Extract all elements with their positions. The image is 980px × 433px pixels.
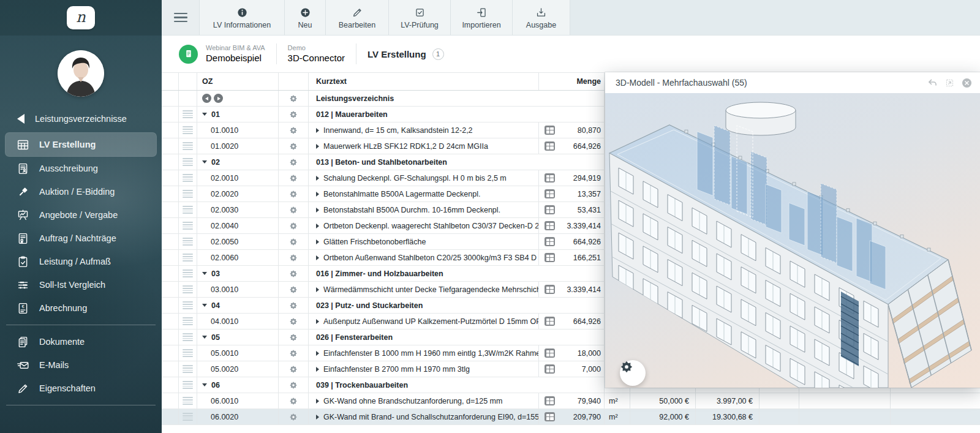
calculator-icon[interactable]: [545, 253, 555, 262]
nav-prev-button[interactable]: [202, 94, 211, 103]
drag-handle-icon[interactable]: [183, 254, 193, 262]
gear-icon[interactable]: [289, 317, 298, 326]
3d-viewport[interactable]: [605, 93, 980, 388]
drag-handle-icon[interactable]: [183, 269, 193, 277]
calculator-icon[interactable]: [545, 126, 555, 135]
sidebar-item-abrechnung[interactable]: €Abrechnung: [0, 296, 162, 320]
expand-arrow-icon[interactable]: [316, 176, 319, 181]
sidebar-item-leistungsverzeichnisse[interactable]: Leistungsverzeichnisse: [0, 109, 162, 129]
calculator-icon[interactable]: [545, 317, 555, 326]
collapse-arrow-icon[interactable]: [202, 383, 207, 386]
restore-window-icon[interactable]: [945, 78, 954, 88]
expand-arrow-icon[interactable]: [316, 255, 319, 260]
calculator-icon[interactable]: [545, 141, 555, 151]
sidebar-item-e-mails[interactable]: E-Mails: [0, 353, 162, 377]
close-icon[interactable]: [961, 77, 973, 89]
calculator-icon[interactable]: [545, 221, 555, 230]
sidebar-item-lv-erstellung[interactable]: LV Erstellung: [5, 132, 157, 157]
sidebar-item-angebote-vergabe[interactable]: Angebote / Vergabe: [0, 203, 162, 227]
collapse-arrow-icon[interactable]: [202, 272, 207, 275]
expand-arrow-icon[interactable]: [316, 367, 319, 372]
sidebar-item-ausschreibung[interactable]: Ausschreibung: [0, 157, 162, 180]
expand-arrow-icon[interactable]: [316, 128, 319, 133]
drag-handle-icon[interactable]: [183, 301, 193, 309]
gear-icon[interactable]: [289, 126, 298, 135]
sidebar-item-auftrag-nachträge[interactable]: Auftrag / Nachträge: [0, 227, 162, 250]
toolbar-button-importieren[interactable]: Importieren: [450, 0, 512, 35]
drag-handle-icon[interactable]: [183, 413, 193, 421]
gear-icon[interactable]: [289, 365, 298, 374]
calculator-icon[interactable]: [545, 396, 555, 405]
sidebar-item-auktion-e-bidding[interactable]: Auktion / E-Bidding: [0, 180, 162, 203]
drag-handle-icon[interactable]: [183, 285, 193, 293]
gear-icon[interactable]: [289, 413, 298, 421]
collapse-arrow-icon[interactable]: [202, 113, 207, 116]
gear-icon[interactable]: [289, 94, 298, 103]
hamburger-menu-icon[interactable]: [162, 0, 199, 35]
gear-icon[interactable]: [289, 206, 298, 214]
undo-icon[interactable]: [927, 77, 938, 89]
nav-next-button[interactable]: [214, 94, 223, 103]
calculator-icon[interactable]: [545, 205, 555, 214]
drag-handle-icon[interactable]: [183, 317, 193, 325]
expand-arrow-icon[interactable]: [316, 239, 319, 244]
breadcrumb-sub[interactable]: Demo 3D-Connector: [288, 44, 356, 64]
drag-handle-icon[interactable]: [183, 110, 193, 118]
expand-arrow-icon[interactable]: [316, 208, 319, 213]
toolbar-button-bearbeiten[interactable]: Bearbeiten: [325, 0, 388, 35]
gear-icon[interactable]: [289, 397, 298, 405]
expand-arrow-icon[interactable]: [316, 415, 319, 420]
drag-handle-icon[interactable]: [183, 381, 193, 389]
expand-arrow-icon[interactable]: [316, 224, 319, 228]
drag-handle-icon[interactable]: [183, 190, 193, 198]
expand-arrow-icon[interactable]: [316, 287, 319, 292]
expand-arrow-icon[interactable]: [316, 351, 319, 356]
table-row-06.0020[interactable]: 06.0020GK-Wand mit Brand- und Schallschu…: [162, 409, 980, 425]
drag-handle-icon[interactable]: [183, 126, 193, 134]
gear-icon[interactable]: [289, 301, 298, 310]
gear-icon[interactable]: [289, 158, 298, 167]
calculator-icon[interactable]: [545, 412, 555, 421]
drag-handle-icon[interactable]: [183, 222, 193, 230]
gear-icon[interactable]: [289, 381, 298, 390]
gear-icon[interactable]: [289, 269, 298, 278]
3d-settings-button[interactable]: [620, 360, 646, 386]
toolbar-button-neu[interactable]: Neu: [284, 0, 325, 35]
calculator-icon[interactable]: [545, 348, 555, 358]
avatar[interactable]: [58, 50, 104, 97]
column-header-kurztext[interactable]: Kurztext: [309, 73, 539, 90]
gear-icon[interactable]: [289, 349, 298, 358]
calculator-icon[interactable]: [545, 364, 555, 374]
collapse-arrow-icon[interactable]: [202, 304, 207, 307]
drag-handle-icon[interactable]: [183, 206, 193, 214]
drag-handle-icon[interactable]: [183, 142, 193, 150]
gear-icon[interactable]: [289, 254, 298, 262]
calculator-icon[interactable]: [545, 189, 555, 198]
gear-icon[interactable]: [289, 285, 298, 294]
drag-handle-icon[interactable]: [183, 174, 193, 182]
drag-handle-icon[interactable]: [183, 397, 193, 405]
calculator-icon[interactable]: [545, 237, 555, 246]
sidebar-item-eigenschaften[interactable]: Eigenschaften: [0, 377, 162, 400]
gear-icon[interactable]: [289, 333, 298, 342]
gear-icon[interactable]: [289, 110, 298, 119]
expand-arrow-icon[interactable]: [316, 144, 319, 149]
sidebar-item-dokumente[interactable]: Dokumente: [0, 330, 162, 353]
gear-icon[interactable]: [289, 174, 298, 183]
column-header-menge[interactable]: Menge: [555, 73, 605, 90]
expand-arrow-icon[interactable]: [316, 319, 319, 324]
expand-arrow-icon[interactable]: [316, 192, 319, 197]
column-header-oz[interactable]: OZ: [197, 73, 279, 90]
collapse-arrow-icon[interactable]: [202, 336, 207, 339]
drag-handle-icon[interactable]: [183, 333, 193, 341]
breadcrumb-project[interactable]: Webinar BIM & AVA Demobeispiel: [206, 44, 276, 64]
toolbar-button-lv-informationen[interactable]: LV Informationen: [199, 0, 284, 35]
gear-icon[interactable]: [289, 142, 298, 151]
sidebar-item-soll-ist-vergleich[interactable]: Soll-Ist Vergleich: [0, 273, 162, 296]
calculator-icon[interactable]: [545, 173, 555, 183]
drag-handle-icon[interactable]: [183, 349, 193, 357]
gear-icon[interactable]: [289, 238, 298, 246]
sidebar-item-leistung-aufmaß[interactable]: Leistung / Aufmaß: [0, 250, 162, 273]
toolbar-button-lv-prüfung[interactable]: LV-Prüfung: [388, 0, 450, 35]
expand-arrow-icon[interactable]: [316, 399, 319, 404]
